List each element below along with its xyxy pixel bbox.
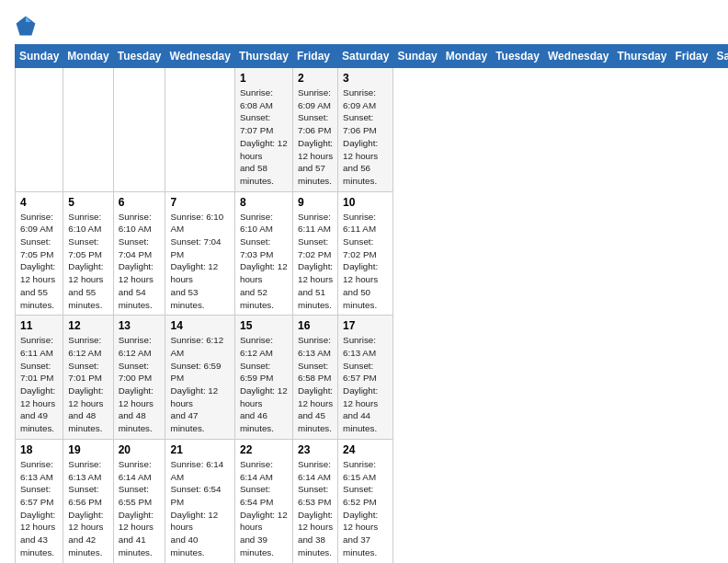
day-detail: Sunrise: 6:12 AM Sunset: 6:59 PM Dayligh…	[240, 334, 288, 435]
calendar-cell	[113, 68, 165, 192]
calendar-cell	[63, 68, 113, 192]
day-number: 18	[20, 443, 58, 456]
calendar-cell: 24Sunrise: 6:15 AM Sunset: 6:52 PM Dayli…	[338, 439, 393, 563]
day-number: 9	[298, 196, 333, 209]
header-day-saturday: Saturday	[712, 45, 728, 68]
day-number: 1	[240, 72, 288, 85]
day-number: 16	[298, 319, 333, 332]
calendar-cell: 1Sunrise: 6:08 AM Sunset: 7:07 PM Daylig…	[234, 68, 292, 192]
day-number: 14	[170, 319, 229, 332]
calendar-cell: 13Sunrise: 6:12 AM Sunset: 7:00 PM Dayli…	[113, 316, 165, 440]
day-detail: Sunrise: 6:13 AM Sunset: 6:58 PM Dayligh…	[298, 334, 333, 435]
day-detail: Sunrise: 6:10 AM Sunset: 7:03 PM Dayligh…	[240, 211, 288, 312]
day-detail: Sunrise: 6:11 AM Sunset: 7:01 PM Dayligh…	[20, 334, 58, 435]
calendar-week-row: 18Sunrise: 6:13 AM Sunset: 6:57 PM Dayli…	[16, 439, 729, 563]
calendar-cell	[165, 68, 234, 192]
calendar-cell: 2Sunrise: 6:09 AM Sunset: 7:06 PM Daylig…	[292, 68, 337, 192]
calendar-cell: 7Sunrise: 6:10 AM Sunset: 7:04 PM Daylig…	[165, 191, 234, 316]
calendar-cell: 14Sunrise: 6:12 AM Sunset: 6:59 PM Dayli…	[165, 316, 234, 440]
day-detail: Sunrise: 6:13 AM Sunset: 6:57 PM Dayligh…	[343, 334, 388, 435]
day-detail: Sunrise: 6:10 AM Sunset: 7:04 PM Dayligh…	[119, 211, 161, 312]
header-day-sunday: Sunday	[16, 45, 63, 68]
day-detail: Sunrise: 6:14 AM Sunset: 6:54 PM Dayligh…	[170, 458, 229, 559]
day-detail: Sunrise: 6:12 AM Sunset: 7:01 PM Dayligh…	[68, 334, 108, 435]
day-number: 24	[343, 443, 388, 456]
day-number: 11	[20, 319, 58, 332]
day-number: 12	[68, 319, 108, 332]
calendar-cell: 22Sunrise: 6:14 AM Sunset: 6:54 PM Dayli…	[234, 439, 292, 563]
header-day-wednesday: Wednesday	[165, 45, 234, 68]
header-day-tuesday: Tuesday	[492, 45, 544, 68]
day-number: 7	[170, 196, 229, 209]
calendar-cell: 5Sunrise: 6:10 AM Sunset: 7:05 PM Daylig…	[63, 191, 113, 316]
day-number: 21	[170, 443, 229, 456]
day-number: 8	[240, 196, 288, 209]
calendar-cell: 20Sunrise: 6:14 AM Sunset: 6:55 PM Dayli…	[113, 439, 165, 563]
calendar-week-row: 4Sunrise: 6:09 AM Sunset: 7:05 PM Daylig…	[16, 191, 729, 316]
day-number: 20	[119, 443, 161, 456]
day-number: 19	[68, 443, 108, 456]
calendar-cell: 19Sunrise: 6:13 AM Sunset: 6:56 PM Dayli…	[63, 439, 113, 563]
header-day-thursday: Thursday	[613, 45, 671, 68]
day-detail: Sunrise: 6:14 AM Sunset: 6:53 PM Dayligh…	[298, 458, 333, 559]
calendar-week-row: 1Sunrise: 6:08 AM Sunset: 7:07 PM Daylig…	[16, 68, 729, 192]
day-number: 23	[298, 443, 333, 456]
calendar-cell: 4Sunrise: 6:09 AM Sunset: 7:05 PM Daylig…	[16, 191, 63, 316]
calendar-cell	[16, 68, 63, 192]
day-number: 4	[20, 196, 58, 209]
calendar-cell: 16Sunrise: 6:13 AM Sunset: 6:58 PM Dayli…	[292, 316, 337, 440]
calendar-cell: 8Sunrise: 6:10 AM Sunset: 7:03 PM Daylig…	[234, 191, 292, 316]
header-day-tuesday: Tuesday	[113, 45, 165, 68]
calendar-cell: 15Sunrise: 6:12 AM Sunset: 6:59 PM Dayli…	[234, 316, 292, 440]
day-number: 10	[343, 196, 388, 209]
calendar-cell: 12Sunrise: 6:12 AM Sunset: 7:01 PM Dayli…	[63, 316, 113, 440]
logo	[15, 15, 40, 37]
calendar-cell: 21Sunrise: 6:14 AM Sunset: 6:54 PM Dayli…	[165, 439, 234, 563]
logo-icon	[15, 15, 37, 37]
header-day-monday: Monday	[63, 45, 113, 68]
header-day-wednesday: Wednesday	[543, 45, 612, 68]
day-number: 15	[240, 319, 288, 332]
svg-marker-1	[26, 17, 31, 22]
calendar-cell: 23Sunrise: 6:14 AM Sunset: 6:53 PM Dayli…	[292, 439, 337, 563]
calendar-cell: 11Sunrise: 6:11 AM Sunset: 7:01 PM Dayli…	[16, 316, 63, 440]
day-detail: Sunrise: 6:13 AM Sunset: 6:57 PM Dayligh…	[20, 458, 58, 559]
calendar-table: SundayMondayTuesdayWednesdayThursdayFrid…	[15, 44, 728, 563]
header-day-saturday: Saturday	[338, 45, 393, 68]
page-header	[15, 15, 713, 37]
calendar-week-row: 11Sunrise: 6:11 AM Sunset: 7:01 PM Dayli…	[16, 316, 729, 440]
day-number: 5	[68, 196, 108, 209]
calendar-cell: 17Sunrise: 6:13 AM Sunset: 6:57 PM Dayli…	[338, 316, 393, 440]
day-detail: Sunrise: 6:12 AM Sunset: 7:00 PM Dayligh…	[119, 334, 161, 435]
day-detail: Sunrise: 6:13 AM Sunset: 6:56 PM Dayligh…	[68, 458, 108, 559]
day-number: 6	[119, 196, 161, 209]
day-detail: Sunrise: 6:08 AM Sunset: 7:07 PM Dayligh…	[240, 86, 288, 188]
day-detail: Sunrise: 6:11 AM Sunset: 7:02 PM Dayligh…	[343, 211, 388, 312]
day-number: 22	[240, 443, 288, 456]
day-number: 2	[298, 72, 333, 85]
day-detail: Sunrise: 6:10 AM Sunset: 7:05 PM Dayligh…	[68, 211, 108, 312]
calendar-cell: 10Sunrise: 6:11 AM Sunset: 7:02 PM Dayli…	[338, 191, 393, 316]
day-number: 17	[343, 319, 388, 332]
header-day-thursday: Thursday	[234, 45, 292, 68]
day-detail: Sunrise: 6:10 AM Sunset: 7:04 PM Dayligh…	[170, 211, 229, 312]
calendar-header-row: SundayMondayTuesdayWednesdayThursdayFrid…	[16, 45, 729, 68]
day-detail: Sunrise: 6:09 AM Sunset: 7:06 PM Dayligh…	[343, 86, 388, 188]
day-number: 13	[119, 319, 161, 332]
day-number: 3	[343, 72, 388, 85]
header-day-friday: Friday	[671, 45, 712, 68]
day-detail: Sunrise: 6:11 AM Sunset: 7:02 PM Dayligh…	[298, 211, 333, 312]
calendar-cell: 3Sunrise: 6:09 AM Sunset: 7:06 PM Daylig…	[338, 68, 393, 192]
header-day-monday: Monday	[441, 45, 491, 68]
calendar-cell: 6Sunrise: 6:10 AM Sunset: 7:04 PM Daylig…	[113, 191, 165, 316]
day-detail: Sunrise: 6:15 AM Sunset: 6:52 PM Dayligh…	[343, 458, 388, 559]
day-detail: Sunrise: 6:14 AM Sunset: 6:55 PM Dayligh…	[119, 458, 161, 559]
day-detail: Sunrise: 6:14 AM Sunset: 6:54 PM Dayligh…	[240, 458, 288, 559]
header-day-friday: Friday	[292, 45, 337, 68]
day-detail: Sunrise: 6:12 AM Sunset: 6:59 PM Dayligh…	[170, 334, 229, 435]
header-day-sunday: Sunday	[393, 45, 441, 68]
calendar-cell: 18Sunrise: 6:13 AM Sunset: 6:57 PM Dayli…	[16, 439, 63, 563]
day-detail: Sunrise: 6:09 AM Sunset: 7:05 PM Dayligh…	[20, 211, 58, 312]
calendar-cell: 9Sunrise: 6:11 AM Sunset: 7:02 PM Daylig…	[292, 191, 337, 316]
day-detail: Sunrise: 6:09 AM Sunset: 7:06 PM Dayligh…	[298, 86, 333, 188]
